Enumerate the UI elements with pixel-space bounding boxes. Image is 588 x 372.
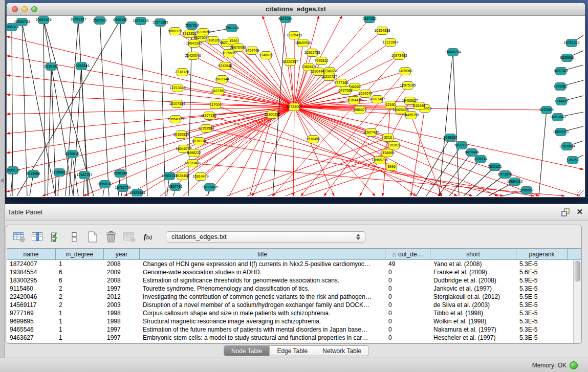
graph-node-teal[interactable]: 16671385 bbox=[152, 19, 168, 27]
graph-node-yellow[interactable]: 8454749 bbox=[245, 47, 259, 55]
graph-node-yellow[interactable]: 12975185 bbox=[400, 82, 416, 90]
graph-node-teal[interactable]: 1545194 bbox=[113, 170, 127, 178]
graph-node-yellow[interactable]: 16961758 bbox=[304, 49, 320, 57]
tab-node-table[interactable]: Node Table bbox=[224, 345, 270, 356]
graph-node-teal[interactable]: 9857791 bbox=[168, 183, 182, 191]
network-window[interactable]: citations_edges.txt 98601238912954182260… bbox=[6, 3, 585, 198]
graph-node-teal[interactable]: 15751074 bbox=[563, 39, 579, 47]
table-selector-dropdown[interactable]: citations_edges.txt bbox=[166, 231, 365, 243]
graph-node-yellow[interactable]: 19166829 bbox=[173, 131, 189, 139]
graph-node-teal[interactable]: 2635191 bbox=[44, 63, 58, 71]
graph-node-yellow[interactable]: 10807487 bbox=[369, 96, 385, 103]
graph-node-yellow[interactable]: 7986372 bbox=[353, 106, 366, 114]
table-scrollbar[interactable] bbox=[573, 260, 581, 343]
graph-node-yellow[interactable]: 18640910 bbox=[295, 39, 311, 47]
graph-node-teal[interactable]: 8215955 bbox=[539, 106, 553, 114]
column-header-title[interactable]: title bbox=[140, 249, 385, 259]
graph-node-yellow[interactable]: 417004 bbox=[209, 101, 221, 109]
graph-node-yellow[interactable]: 9777169 bbox=[334, 79, 348, 87]
column-header-name[interactable]: name bbox=[7, 249, 56, 259]
graph-node-teal[interactable]: 1209383 bbox=[553, 83, 567, 91]
resize-grip[interactable] bbox=[578, 190, 584, 196]
panel-collapse-handle[interactable] bbox=[1, 178, 4, 183]
graph-node-yellow[interactable]: 2803144 bbox=[215, 76, 229, 83]
graph-node-yellow[interactable]: 3624574 bbox=[358, 90, 372, 98]
graph-node-yellow[interactable]: 8267130 bbox=[202, 112, 216, 120]
select-all-rows-icon[interactable] bbox=[48, 230, 63, 244]
graph-node-teal[interactable]: 20053346 bbox=[73, 62, 89, 70]
network-svg[interactable]: 9860123891295418226058982750981863289827… bbox=[7, 16, 584, 196]
graph-node-yellow[interactable]: 8996 bbox=[386, 163, 397, 171]
column-header-year[interactable]: year bbox=[104, 249, 140, 259]
graph-node-yellow[interactable]: 16914479 bbox=[192, 173, 208, 181]
graph-node-yellow[interactable]: 8427552 bbox=[211, 87, 225, 95]
table-row[interactable]: 969969511998Structural magnetic resonanc… bbox=[7, 317, 581, 325]
table-row[interactable]: 977716911998Corpus callosum shape and si… bbox=[7, 309, 581, 317]
graph-node-yellow[interactable]: 18220357 bbox=[282, 58, 298, 66]
graph-node-teal[interactable]: 126753 bbox=[567, 157, 578, 164]
window-titlebar[interactable]: citations_edges.txt bbox=[7, 3, 585, 16]
show-columns-icon[interactable] bbox=[30, 230, 45, 244]
scrollbar-thumb[interactable] bbox=[575, 261, 580, 281]
delete-table-icon[interactable] bbox=[122, 230, 137, 244]
graph-node-yellow[interactable]: 9154695 bbox=[380, 149, 394, 157]
graph-node-yellow[interactable]: 16162 bbox=[389, 142, 400, 149]
graph-node-teal[interactable]: 8471676 bbox=[498, 171, 512, 179]
table-row[interactable]: 1456911722003Disruption of a novel membe… bbox=[7, 301, 581, 309]
graph-node-teal[interactable]: 11156883 bbox=[52, 169, 67, 177]
delete-rows-icon[interactable] bbox=[103, 230, 119, 244]
graph-node-teal[interactable]: 10653257 bbox=[70, 16, 86, 24]
graph-node-teal[interactable]: 1527602 bbox=[93, 17, 106, 25]
table-settings-icon[interactable] bbox=[11, 230, 27, 244]
graph-node-yellow[interactable]: 8878334 bbox=[192, 138, 206, 145]
graph-node-teal[interactable]: 8813054 bbox=[278, 16, 292, 23]
graph-node-yellow[interactable]: 7485063 bbox=[398, 68, 412, 75]
graph-node-teal[interactable]: 12942757 bbox=[76, 171, 92, 179]
memory-indicator-icon[interactable] bbox=[570, 361, 578, 369]
table-row[interactable]: 946362711997Embryonic stem cells: a mode… bbox=[7, 334, 581, 342]
clear-row-selection-icon[interactable] bbox=[67, 230, 82, 244]
graph-node-teal[interactable]: 20691406 bbox=[35, 16, 51, 24]
graph-node-teal[interactable]: 2935114 bbox=[474, 156, 488, 163]
graph-node-yellow[interactable]: 19654903 bbox=[167, 116, 183, 123]
graph-node-teal[interactable]: 16782759 bbox=[115, 184, 130, 192]
table-row[interactable]: 1872400712008Changes of HCN gene express… bbox=[7, 260, 581, 268]
graph-node-yellow[interactable]: 9242848 bbox=[218, 62, 232, 70]
graph-node-yellow[interactable]: 9860123 bbox=[168, 28, 182, 35]
graph-node-teal[interactable]: 3913954 bbox=[26, 170, 40, 178]
graph-node-teal[interactable]: 7557224 bbox=[185, 22, 199, 30]
graph-node-teal[interactable]: 2887682 bbox=[362, 16, 376, 23]
graph-node-yellow[interactable]: 16154838 bbox=[374, 27, 390, 35]
graph-node-yellow[interactable]: 20364436 bbox=[346, 97, 362, 104]
graph-node-teal[interactable]: 7632621 bbox=[488, 163, 502, 171]
graph-node-yellow[interactable]: 11325419 bbox=[287, 32, 302, 39]
table-row[interactable]: 1938455462009Genome-wide association stu… bbox=[7, 268, 581, 276]
graph-node-teal[interactable]: 9245652 bbox=[519, 187, 533, 194]
float-panel-icon[interactable] bbox=[561, 208, 570, 216]
graph-node-teal[interactable]: 15692971 bbox=[553, 128, 569, 136]
graph-node-yellow[interactable]: 3216 bbox=[383, 134, 394, 142]
graph-node-teal[interactable]: 16210643 bbox=[550, 114, 565, 121]
graph-node-teal[interactable]: 1244415 bbox=[554, 98, 568, 105]
graph-node-yellow[interactable]: 3175685 bbox=[222, 50, 235, 57]
graph-node-yellow[interactable]: 915440 bbox=[413, 102, 425, 110]
table-row[interactable]: 911546021997Tourette syndrome. Phenomeno… bbox=[7, 285, 581, 293]
column-header-pr[interactable]: pagerank bbox=[516, 249, 568, 259]
table-row[interactable]: 1830029562008Estimation of significance … bbox=[7, 276, 581, 285]
tab-network-table[interactable]: Network Table bbox=[315, 345, 369, 356]
table-row[interactable]: 946554611997Estimation of the future num… bbox=[7, 325, 581, 334]
tab-edge-table[interactable]: Edge Table bbox=[270, 345, 315, 356]
graph-node-teal[interactable]: 6879197 bbox=[454, 142, 468, 149]
graph-node-teal[interactable]: 1905130 bbox=[7, 167, 20, 174]
new-file-icon[interactable] bbox=[85, 230, 100, 244]
graph-node-teal[interactable]: 16648784 bbox=[445, 49, 461, 56]
graph-node-teal[interactable]: 9227349 bbox=[554, 68, 568, 75]
graph-node-teal[interactable]: 12923445 bbox=[129, 189, 145, 197]
graph-node-teal[interactable]: 8938924 bbox=[443, 134, 457, 142]
graph-node-yellow[interactable]: 6497568 bbox=[338, 87, 352, 95]
graph-node-yellow[interactable]: 8186328 bbox=[206, 37, 220, 45]
column-header-outdeg[interactable]: △out_de… bbox=[385, 249, 430, 259]
graph-node-yellow[interactable]: 1518451 bbox=[306, 136, 320, 143]
column-header-indeg[interactable]: in_degree bbox=[56, 249, 104, 259]
network-canvas[interactable]: 9860123891295418226058982750981863289827… bbox=[7, 16, 585, 197]
